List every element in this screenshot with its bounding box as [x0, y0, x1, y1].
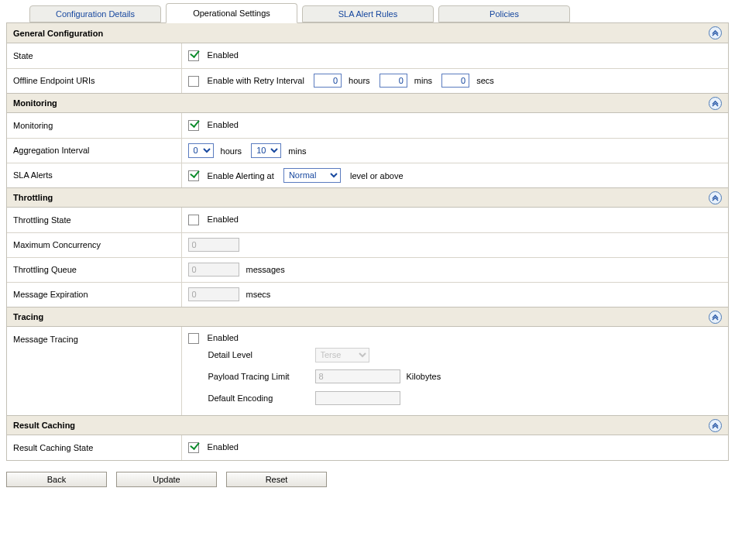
input-retry-hours[interactable]: [314, 74, 342, 88]
select-detail-level: Terse: [315, 348, 369, 362]
unit-hours: hours: [221, 146, 242, 155]
text-enable-alerting-at: Enable Alerting at: [208, 170, 274, 180]
back-button[interactable]: Back: [6, 472, 107, 487]
input-retry-secs[interactable]: [441, 74, 469, 88]
section-head-result-caching: Result Caching: [7, 415, 728, 435]
update-button[interactable]: Update: [116, 472, 217, 487]
label-throttling-state: Throttling State: [7, 208, 181, 232]
field-monitoring: Enabled: [181, 113, 728, 138]
tab-configuration-details[interactable]: Configuration Details: [29, 5, 161, 22]
input-default-encoding: [315, 391, 400, 405]
checkbox-tracing-enabled[interactable]: [188, 333, 199, 344]
section-head-tracing: Tracing: [7, 307, 728, 327]
section-title: Throttling: [13, 193, 53, 202]
input-max-concurrency: [188, 238, 239, 252]
label-detail-level: Detail Level: [208, 350, 309, 359]
field-message-tracing: Enabled Detail Level Terse Payload Traci…: [181, 327, 728, 415]
label-monitoring: Monitoring: [7, 113, 181, 138]
unit-mins: mins: [288, 146, 306, 155]
section-head-general: General Configuration: [7, 23, 728, 43]
field-sla-alerts: Enable Alerting at Normal level or above: [181, 163, 728, 187]
input-retry-mins[interactable]: [380, 74, 407, 88]
field-aggregation-interval: 0 hours 10 mins: [181, 138, 728, 163]
collapse-icon[interactable]: [709, 311, 722, 324]
section-head-monitoring: Monitoring: [7, 93, 728, 113]
select-alert-level[interactable]: Normal: [283, 168, 341, 183]
unit-mins: mins: [414, 76, 432, 85]
label-offline-uris: Offline Endpoint URIs: [7, 68, 181, 93]
field-offline-uris: Enable with Retry Interval hours mins se…: [181, 68, 728, 93]
field-throttling-queue: messages: [181, 257, 728, 282]
tab-policies[interactable]: Policies: [438, 5, 570, 22]
unit-msecs: msecs: [246, 290, 271, 299]
label-state: State: [7, 43, 181, 68]
label-throttling-queue: Throttling Queue: [7, 257, 181, 282]
text-enabled: Enabled: [208, 50, 239, 60]
field-result-caching-state: Enabled: [181, 435, 728, 460]
text-enabled: Enabled: [208, 442, 239, 452]
section-title: Monitoring: [13, 98, 57, 108]
unit-hours: hours: [349, 76, 370, 85]
label-max-concurrency: Maximum Concurrency: [7, 232, 181, 257]
checkbox-throttling-enabled[interactable]: [188, 215, 199, 225]
label-sla-alerts: SLA Alerts: [7, 163, 181, 187]
tab-bar: Configuration Details Operational Settin…: [6, 3, 729, 23]
section-title: General Configuration: [13, 29, 103, 38]
label-message-tracing: Message Tracing: [7, 327, 181, 415]
checkbox-monitoring-enabled[interactable]: [188, 120, 199, 131]
field-throttling-state: Enabled: [181, 208, 728, 232]
unit-messages: messages: [246, 265, 285, 274]
label-result-caching-state: Result Caching State: [7, 435, 181, 460]
collapse-icon[interactable]: [709, 419, 722, 432]
section-title: Tracing: [13, 312, 43, 321]
label-aggregation-interval: Aggregation Interval: [7, 138, 181, 163]
text-enable-retry: Enable with Retry Interval: [208, 76, 304, 85]
input-payload-limit: [315, 369, 400, 383]
checkbox-result-caching-enabled[interactable]: [188, 442, 199, 453]
checkbox-offline-retry[interactable]: [188, 76, 199, 87]
section-head-throttling: Throttling: [7, 187, 728, 208]
settings-panel: General Configuration State Enabled Offl…: [6, 23, 729, 461]
checkbox-state-enabled[interactable]: [188, 50, 199, 61]
input-message-expiration: [188, 287, 239, 301]
text-enabled: Enabled: [208, 333, 239, 342]
label-default-encoding: Default Encoding: [208, 393, 309, 403]
field-state: Enabled: [181, 43, 728, 68]
field-message-expiration: msecs: [181, 282, 728, 307]
tab-sla-alert-rules[interactable]: SLA Alert Rules: [302, 5, 434, 22]
collapse-icon[interactable]: [709, 26, 722, 40]
section-title: Result Caching: [13, 421, 75, 430]
text-enabled: Enabled: [208, 120, 239, 129]
text-enabled: Enabled: [208, 215, 239, 224]
reset-button[interactable]: Reset: [226, 472, 327, 487]
collapse-icon[interactable]: [709, 97, 722, 110]
tab-operational-settings[interactable]: Operational Settings: [166, 3, 297, 23]
button-bar: Back Update Reset: [6, 472, 729, 487]
select-agg-hours[interactable]: 0: [188, 143, 214, 158]
checkbox-sla-alerts[interactable]: [188, 170, 199, 181]
unit-secs: secs: [476, 76, 494, 85]
collapse-icon[interactable]: [709, 191, 722, 204]
input-throttling-queue: [188, 263, 239, 277]
label-message-expiration: Message Expiration: [7, 282, 181, 307]
label-payload-limit: Payload Tracing Limit: [208, 372, 309, 381]
unit-kilobytes: Kilobytes: [407, 372, 441, 381]
field-max-concurrency: [181, 232, 728, 257]
text-level-or-above: level or above: [350, 170, 404, 180]
select-agg-mins[interactable]: 10: [251, 143, 281, 158]
